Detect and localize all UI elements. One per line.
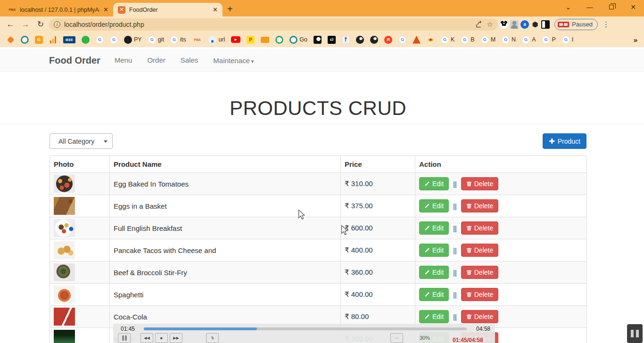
bookmark-item[interactable]: GI	[562, 36, 573, 44]
edit-button[interactable]: Edit	[419, 177, 449, 190]
bookmark-item[interactable]: Gits	[170, 36, 186, 44]
bookmark-item[interactable]	[427, 36, 435, 44]
maximize-button[interactable]	[601, 3, 622, 11]
edit-button[interactable]: Edit	[419, 288, 449, 301]
a-extension-icon[interactable]: a	[520, 20, 529, 29]
nav-item-sales[interactable]: Sales	[181, 56, 198, 64]
edit-button[interactable]: Edit	[419, 266, 449, 279]
edit-button[interactable]: Edit	[419, 310, 449, 323]
player-previous-button[interactable]: ◀◀	[140, 333, 153, 343]
delete-button[interactable]: Delete	[461, 310, 498, 323]
player-next-button[interactable]: ▶▶	[170, 333, 182, 343]
whatsapp-bookmark-icon	[82, 36, 90, 44]
tab-foodorder[interactable]: ✕ FoodOrder ✕	[113, 3, 223, 16]
close-button[interactable]: ✕	[622, 3, 644, 11]
category-filter-select[interactable]: All Category	[50, 133, 113, 149]
bookmark-item[interactable]: G	[96, 36, 104, 44]
bookmark-item[interactable]: P	[247, 36, 255, 44]
delete-button[interactable]: Delete	[461, 288, 498, 301]
table-row: Pancake Tacos with Cheese and ₹ 400.00 E…	[50, 239, 587, 261]
trash-icon	[466, 203, 472, 209]
eye-orange-bookmark-icon	[427, 36, 435, 44]
bookmark-item[interactable]	[370, 36, 378, 44]
bookmark-item[interactable]: Я	[384, 36, 392, 44]
bookmark-item[interactable]: G	[110, 36, 118, 44]
bookmark-item[interactable]	[413, 36, 421, 44]
bookmark-item[interactable]: Go	[289, 36, 307, 44]
player-pause-button[interactable]	[118, 333, 131, 343]
panda-extension-icon[interactable]	[500, 20, 508, 29]
url-text[interactable]: localhost/order/product.php	[64, 21, 471, 28]
tab-phpmyadmin[interactable]: PMA localhost / 127.0.0.1 | phpMyAdm ✕	[4, 3, 113, 16]
player-stop-button[interactable]: ■	[155, 333, 168, 343]
bookmark-item[interactable]: cl	[328, 36, 336, 44]
delete-button[interactable]: Delete	[461, 244, 498, 257]
delete-button[interactable]: Delete	[461, 221, 498, 235]
bookmark-item[interactable]: GA	[522, 36, 536, 44]
add-product-button[interactable]: ✚ Product	[543, 133, 586, 149]
delete-button[interactable]: Delete	[461, 266, 498, 279]
player-progress-bar[interactable]	[144, 327, 467, 330]
delete-button[interactable]: Delete	[461, 177, 498, 190]
bookmark-item[interactable]: PY	[124, 36, 142, 44]
column-header-action: Action	[415, 156, 587, 173]
paused-pill-button[interactable]: Paused	[554, 19, 598, 30]
minimize-button[interactable]: —	[579, 3, 601, 11]
new-tab-button[interactable]: +	[227, 4, 233, 15]
action-separator: ||	[453, 203, 456, 210]
bookmark-item[interactable]: GN	[502, 36, 516, 44]
site-info-icon[interactable]: i	[54, 21, 60, 28]
bookmark-star-icon[interactable]: ☆	[487, 20, 493, 29]
bookmark-item[interactable]	[275, 36, 283, 44]
bookmark-item[interactable]	[7, 36, 15, 44]
bookmarks-overflow-icon[interactable]: »	[634, 36, 637, 44]
player-bars-button[interactable]: ⇅	[206, 333, 219, 343]
products-table-wrap: PhotoProduct NamePriceAction Egg Baked I…	[50, 155, 586, 343]
reload-button[interactable]: ↻	[34, 19, 47, 29]
corner-pause-button[interactable]	[627, 324, 643, 343]
tab-close-icon[interactable]: ✕	[213, 6, 218, 13]
browser-menu-icon[interactable]: ⋮	[603, 20, 610, 29]
bookmark-item[interactable]: IEEE	[63, 36, 75, 43]
bookmark-item[interactable]	[82, 36, 90, 44]
action-separator: ||	[453, 313, 456, 321]
profile-extension-icon[interactable]	[510, 20, 519, 29]
nav-item-menu[interactable]: Menu	[115, 56, 132, 64]
bookmark-item[interactable]	[21, 36, 29, 44]
share-icon[interactable]	[475, 21, 483, 28]
back-button[interactable]: ←	[4, 20, 17, 29]
bookmark-item[interactable]: GP	[542, 36, 555, 44]
bookmark-item[interactable]: PMA	[192, 36, 202, 44]
product-photo-cell	[50, 239, 110, 261]
bookmark-item[interactable]: G	[35, 36, 43, 44]
edit-button[interactable]: Edit	[419, 221, 449, 235]
navbar-brand[interactable]: Food Order	[49, 55, 100, 66]
tab-close-icon[interactable]: ✕	[103, 6, 108, 13]
forward-button[interactable]: →	[19, 20, 32, 29]
bookmark-item[interactable]: G	[398, 36, 406, 44]
bookmark-item[interactable]	[356, 36, 364, 44]
bookmark-item[interactable]	[49, 36, 57, 44]
edit-button[interactable]: Edit	[419, 199, 449, 212]
bookmark-item[interactable]	[261, 37, 269, 43]
product-photo-cell	[50, 195, 110, 217]
darkreader-extension-icon[interactable]	[541, 20, 550, 29]
address-bar[interactable]: i localhost/order/product.php ☆	[49, 18, 498, 31]
bookmark-item[interactable]: url	[208, 36, 225, 44]
edit-button[interactable]: Edit	[419, 244, 449, 257]
tab-search-chevron-icon[interactable]: ⌄	[557, 3, 579, 11]
bookmark-item[interactable]: GK	[441, 36, 454, 44]
bookmark-item[interactable]	[314, 36, 322, 44]
bookmark-label: M	[491, 36, 495, 43]
delete-button[interactable]: Delete	[461, 199, 498, 212]
bookmark-item[interactable]: Ggit	[148, 36, 164, 44]
bookmark-item[interactable]: GB	[461, 36, 474, 44]
nav-item-order[interactable]: Order	[147, 56, 165, 64]
extensions-puzzle-icon[interactable]: ⬢	[531, 20, 539, 29]
bookmark-item[interactable]: GM	[481, 36, 495, 44]
player-misc-button[interactable]: ⋯	[390, 333, 403, 343]
bookmark-item[interactable]	[342, 36, 350, 44]
bookmark-item[interactable]: ▶	[231, 36, 240, 43]
nav-dropdown-maintenance[interactable]: Maintenace▾	[213, 57, 254, 65]
product-action-cell: Edit || Delete	[415, 261, 587, 284]
